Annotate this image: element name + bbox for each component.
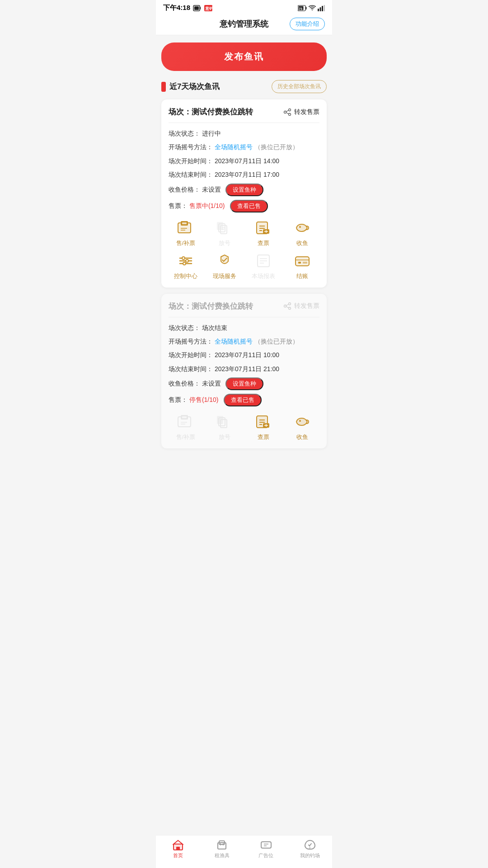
set-fish-type-button-2[interactable]: 设置鱼种 bbox=[225, 377, 263, 390]
svg-rect-12 bbox=[324, 5, 325, 11]
card-header-2: 场次：测试付费换位跳转 转发售票 bbox=[169, 301, 319, 311]
session-card-1: 场次：测试付费换位跳转 转发售票 场次状态： 进行中 开场摇号方法： 全场随机摇… bbox=[161, 99, 327, 288]
svg-rect-10 bbox=[320, 7, 321, 11]
draw-method-row-1: 开场摇号方法： 全场随机摇号 （换位已开放） bbox=[169, 142, 319, 152]
end-time-row-1: 场次结束时间： 2023年07月11日 17:00 bbox=[169, 170, 319, 179]
share-icon-2 bbox=[283, 302, 291, 310]
svg-text:75: 75 bbox=[299, 7, 302, 10]
number-label-2: 放号 bbox=[219, 433, 230, 441]
card-divider-1 bbox=[169, 123, 319, 123]
header-title: 意钓管理系统 bbox=[220, 19, 268, 29]
status-icons: 75 bbox=[298, 5, 325, 11]
onsite-service-icon-1 bbox=[216, 252, 234, 270]
check-ticket-button-2[interactable]: 查票 bbox=[246, 413, 281, 441]
icon-grid-1: 售/补票 放号 bbox=[169, 219, 319, 280]
wifi-icon bbox=[309, 5, 316, 11]
check-ticket-label-1: 查票 bbox=[258, 239, 269, 247]
session-report-button-1: 本场报表 bbox=[246, 252, 281, 280]
share-icon-1 bbox=[283, 108, 291, 116]
checkout-button-1[interactable]: 结账 bbox=[285, 252, 319, 280]
check-sold-button-2[interactable]: 查看已售 bbox=[224, 394, 262, 406]
sell-ticket-button-1[interactable]: 售/补票 bbox=[169, 219, 203, 247]
ticket-status-2[interactable]: 停售(1/10) bbox=[189, 396, 219, 403]
check-ticket-icon-1 bbox=[254, 219, 272, 237]
control-center-button-1[interactable]: 控制中心 bbox=[169, 252, 203, 280]
session-report-icon-1 bbox=[254, 252, 272, 270]
share-ticket-button-2[interactable]: 转发售票 bbox=[283, 302, 319, 310]
svg-rect-11 bbox=[322, 6, 323, 11]
svg-rect-9 bbox=[318, 9, 319, 11]
card-title-1: 场次：测试付费换位跳转 bbox=[169, 107, 253, 117]
checkout-icon-1 bbox=[293, 252, 311, 270]
status-row-2: 场次状态： 场次结束 bbox=[169, 323, 319, 333]
collect-fish-icon-2 bbox=[293, 413, 311, 431]
svg-point-54 bbox=[289, 307, 291, 310]
session-report-label-1: 本场报表 bbox=[252, 272, 275, 280]
fish-price-row-2: 收鱼价格： 未设置 设置鱼种 bbox=[169, 377, 319, 390]
svg-point-74 bbox=[299, 420, 301, 422]
sell-ticket-button-2: 售/补票 bbox=[169, 413, 203, 441]
main-content: 发布鱼讯 近7天场次鱼讯 历史全部场次鱼讯 场次：测试付费换位跳转 转发售票 bbox=[156, 35, 332, 486]
header: 意钓管理系统 功能介绍 bbox=[156, 14, 332, 35]
card-title-2: 场次：测试付费换位跳转 bbox=[169, 301, 253, 311]
check-ticket-button-1[interactable]: 查票 bbox=[246, 219, 281, 247]
start-time-row-1: 场次开始时间： 2023年07月11日 14:00 bbox=[169, 156, 319, 166]
svg-point-42 bbox=[186, 259, 188, 262]
app-icon: 意钓 bbox=[204, 5, 213, 12]
sell-ticket-label-2: 售/补票 bbox=[176, 433, 196, 441]
onsite-service-label-1: 现场服务 bbox=[213, 272, 236, 280]
icon-grid-2: 售/补票 放号 bbox=[169, 413, 319, 441]
svg-rect-6 bbox=[306, 7, 307, 9]
svg-rect-21 bbox=[182, 222, 187, 224]
check-sold-button-1[interactable]: 查看已售 bbox=[230, 200, 268, 212]
ticket-row-2: 售票： 停售(1/10) 查看已售 bbox=[169, 394, 319, 406]
svg-line-16 bbox=[286, 110, 289, 112]
svg-line-56 bbox=[286, 304, 289, 306]
set-fish-type-button-1[interactable]: 设置鱼种 bbox=[225, 184, 263, 196]
collect-fish-label-1: 收鱼 bbox=[296, 239, 308, 247]
svg-line-17 bbox=[286, 113, 289, 114]
svg-point-13 bbox=[289, 108, 291, 111]
status-bar: 下午4:18 意钓 75 bbox=[156, 0, 332, 14]
card-divider-2 bbox=[169, 317, 319, 317]
number-button-1: 放号 bbox=[207, 219, 242, 247]
card-header-1: 场次：测试付费换位跳转 转发售票 bbox=[169, 107, 319, 117]
fish-price-row-1: 收鱼价格： 未设置 设置鱼种 bbox=[169, 184, 319, 196]
publish-fish-button[interactable]: 发布鱼讯 bbox=[161, 42, 327, 71]
svg-point-43 bbox=[183, 262, 186, 265]
svg-rect-51 bbox=[298, 262, 301, 264]
session-card-2: 场次：测试付费换位跳转 转发售票 场次状态： 场次结束 开场摇号方法： 全场随机… bbox=[161, 294, 327, 449]
draw-method-link-1[interactable]: 全场随机摇号 bbox=[215, 143, 253, 151]
checkout-label-1: 结账 bbox=[296, 272, 308, 280]
section-title: 近7天场次鱼讯 bbox=[161, 81, 220, 92]
share-ticket-button-1[interactable]: 转发售票 bbox=[283, 108, 319, 116]
number-label-1: 放号 bbox=[219, 239, 230, 247]
function-intro-button[interactable]: 功能介绍 bbox=[290, 18, 325, 30]
back-icon bbox=[193, 5, 201, 12]
number-button-2: 放号 bbox=[207, 413, 242, 441]
draw-method-row-2: 开场摇号方法： 全场随机摇号 （换位已开放） bbox=[169, 336, 319, 346]
signal-icon bbox=[318, 5, 325, 11]
collect-fish-label-2: 收鱼 bbox=[296, 433, 308, 441]
status-time: 下午4:18 意钓 bbox=[163, 4, 213, 12]
control-center-label-1: 控制中心 bbox=[174, 272, 197, 280]
number-icon-1 bbox=[216, 219, 234, 237]
check-ticket-label-2: 查票 bbox=[258, 433, 269, 441]
draw-method-link-2[interactable]: 全场随机摇号 bbox=[215, 338, 253, 345]
svg-point-37 bbox=[299, 226, 301, 228]
check-ticket-icon-2 bbox=[254, 413, 272, 431]
collect-fish-button-1[interactable]: 收鱼 bbox=[285, 219, 319, 247]
number-icon-2 bbox=[216, 413, 234, 431]
end-time-row-2: 场次结束时间： 2023年07月11日 21:00 bbox=[169, 364, 319, 374]
sell-ticket-label-1: 售/补票 bbox=[176, 239, 196, 247]
svg-rect-60 bbox=[182, 416, 187, 418]
onsite-service-button-1[interactable]: 现场服务 bbox=[207, 252, 242, 280]
status-row-1: 场次状态： 进行中 bbox=[169, 128, 319, 138]
svg-point-41 bbox=[182, 257, 185, 259]
collect-fish-icon-1 bbox=[293, 219, 311, 237]
title-dot bbox=[161, 82, 166, 92]
svg-point-14 bbox=[289, 113, 291, 115]
collect-fish-button-2[interactable]: 收鱼 bbox=[285, 413, 319, 441]
history-all-button[interactable]: 历史全部场次鱼讯 bbox=[272, 80, 327, 93]
ticket-status-1[interactable]: 售票中(1/10) bbox=[189, 202, 225, 209]
